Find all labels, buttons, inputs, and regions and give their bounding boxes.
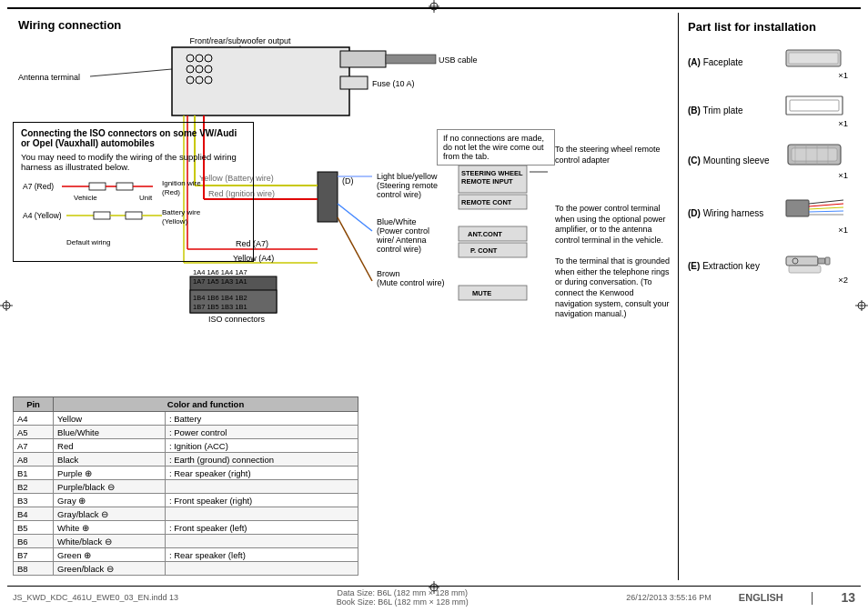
- svg-text:control wire): control wire): [377, 245, 421, 254]
- svg-rect-102: [825, 257, 830, 265]
- color-cell: White/black ⊖: [54, 535, 166, 548]
- svg-rect-46: [459, 286, 527, 300]
- svg-text:ANT.CONT: ANT.CONT: [468, 230, 502, 238]
- svg-line-95: [809, 200, 843, 204]
- svg-text:Battery wire: Battery wire: [162, 208, 201, 216]
- part-d-count: ×1: [838, 225, 848, 235]
- svg-rect-13: [340, 76, 368, 89]
- part-b-label: (B) Trim plate: [688, 105, 743, 115]
- svg-text:A7 (Red): A7 (Red): [23, 182, 54, 191]
- footer-file-info: JS_KWD_KDC_461U_EWE0_03_EN.indd 13: [13, 593, 178, 602]
- table-row: B4Gray/black ⊖: [14, 507, 358, 521]
- svg-text:(Mute control wire): (Mute control wire): [377, 278, 445, 287]
- svg-rect-75: [94, 212, 110, 219]
- notes-box: If no connections are made, do not let t…: [437, 129, 555, 166]
- svg-text:Unit: Unit: [139, 194, 153, 202]
- color-cell: Green ⊕: [54, 548, 166, 562]
- svg-text:control wire): control wire): [377, 190, 421, 199]
- part-e-count: ×2: [838, 275, 848, 285]
- table-row: B8Green/black ⊖: [14, 562, 358, 576]
- footer-page-info: 26/12/2013 3:55:16 PM ENGLISH | 13: [626, 590, 855, 605]
- pin-cell: A8: [14, 453, 54, 467]
- part-item-b: (B) Trim plate ×1: [688, 93, 848, 128]
- function-cell: [165, 562, 358, 576]
- table-row: B7Green ⊕: Rear speaker (left): [14, 548, 358, 562]
- svg-rect-19: [318, 172, 338, 222]
- function-cell: : Rear speaker (right): [165, 467, 358, 480]
- part-c-count: ×1: [838, 170, 848, 180]
- svg-line-97: [809, 207, 843, 209]
- pin-cell: A7: [14, 439, 54, 453]
- pin-cell: B6: [14, 535, 54, 548]
- pin-color-table: Pin Color and function A4Yellow: Battery…: [13, 396, 358, 576]
- svg-text:(D): (D): [342, 176, 354, 186]
- footer-book-size: Book Size: B6L (182 mm × 128 mm): [337, 597, 469, 607]
- pin-cell: B1: [14, 467, 54, 480]
- svg-text:Brown: Brown: [377, 269, 400, 278]
- steering-wheel-label: To the steering wheel remote control ada…: [555, 145, 673, 166]
- table-row: B2Purple/black ⊖: [14, 480, 358, 494]
- svg-text:Vehicle: Vehicle: [74, 194, 97, 202]
- section-title: Wiring connection: [18, 18, 674, 32]
- svg-line-96: [809, 204, 843, 206]
- color-cell: Purple ⊕: [54, 467, 166, 480]
- color-cell: Blue/White: [54, 426, 166, 439]
- function-cell: : Front speaker (left): [165, 521, 358, 535]
- part-item-e: (E) Extraction key ×2: [688, 247, 848, 285]
- table-row: A4Yellow: Battery: [14, 412, 358, 426]
- power-terminal-label: To the power control terminal when using…: [555, 204, 673, 246]
- crosshair-right: [855, 296, 868, 316]
- svg-line-16: [90, 69, 172, 76]
- part-c-illustration: [784, 141, 848, 170]
- english-label: ENGLISH: [739, 592, 783, 603]
- pin-cell: A5: [14, 426, 54, 439]
- part-e-illustration: [784, 247, 848, 275]
- svg-rect-11: [386, 55, 436, 64]
- pin-cell: B5: [14, 521, 54, 535]
- svg-text:1B7 1B5 1B3 1B1: 1B7 1B5 1B3 1B1: [193, 303, 247, 311]
- function-cell: [165, 535, 358, 548]
- svg-rect-10: [340, 51, 386, 67]
- svg-text:STEERING WHEEL: STEERING WHEEL: [461, 169, 523, 177]
- color-cell: Red: [54, 439, 166, 453]
- table-row: A5Blue/White: Power control: [14, 426, 358, 439]
- svg-text:Ignition wire: Ignition wire: [162, 179, 201, 187]
- part-item-a: (A) Faceplate ×1: [688, 45, 848, 80]
- pin-cell: B8: [14, 562, 54, 576]
- iso-connector-box: Connecting the ISO connectors on some VW…: [13, 122, 254, 262]
- svg-rect-85: [789, 53, 838, 64]
- part-item-c: (C) Mounting sleeve ×1: [688, 141, 848, 180]
- pin-cell: B3: [14, 494, 54, 507]
- svg-text:Antenna terminal: Antenna terminal: [18, 73, 80, 82]
- svg-line-98: [809, 211, 843, 212]
- svg-text:1A4 1A6 1A4 1A7: 1A4 1A6 1A4 1A7: [193, 268, 247, 276]
- svg-rect-67: [89, 183, 106, 190]
- svg-text:MUTE: MUTE: [472, 289, 491, 297]
- svg-rect-94: [786, 200, 809, 216]
- function-cell: : Earth (ground) connection: [165, 453, 358, 467]
- part-c-label: (C) Mounting sleeve: [688, 156, 770, 166]
- function-cell: [165, 507, 358, 521]
- iso-box-title: Connecting the ISO connectors on some VW…: [21, 128, 246, 148]
- color-cell: Black: [54, 453, 166, 467]
- svg-rect-89: [792, 148, 837, 161]
- part-d-illustration: [784, 193, 848, 225]
- footer-data-size: Data Size: B6L (182 mm × 128 mm): [337, 588, 469, 597]
- color-cell: Gray/black ⊖: [54, 507, 166, 521]
- svg-rect-0: [172, 47, 349, 115]
- part-d-label: (D) Wiring harness: [688, 208, 763, 218]
- svg-text:Fuse (10 A): Fuse (10 A): [372, 79, 415, 88]
- part-e-label: (E) Extraction key: [688, 261, 760, 271]
- svg-text:Blue/White: Blue/White: [377, 217, 417, 226]
- color-cell: White ⊕: [54, 521, 166, 535]
- col-pin: Pin: [14, 397, 54, 412]
- svg-text:Default wiring: Default wiring: [66, 238, 110, 246]
- function-cell: : Power control: [165, 426, 358, 439]
- svg-text:Front/rear/subwoofer output: Front/rear/subwoofer output: [189, 36, 291, 45]
- iso-mini-diagram: A7 (Red) Vehicle Unit A4 (Yellow) Igniti: [21, 176, 239, 254]
- main-content: Wiring connection USB cable Fuse (10 A) …: [13, 13, 855, 580]
- iso-box-desc: You may need to modify the wiring of the…: [21, 152, 246, 172]
- svg-text:A4 (Yellow): A4 (Yellow): [23, 211, 62, 220]
- function-cell: : Front speaker (right): [165, 494, 358, 507]
- svg-text:(Power control: (Power control: [377, 226, 429, 236]
